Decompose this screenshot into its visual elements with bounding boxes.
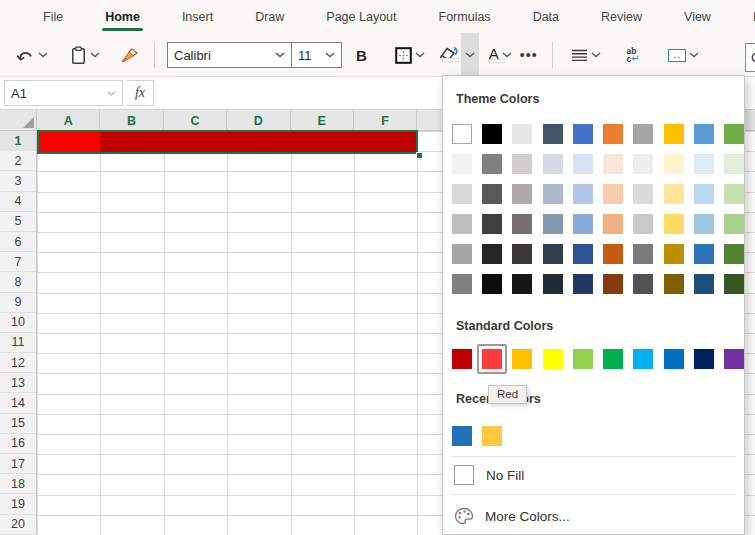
color-swatch[interactable] xyxy=(724,349,744,369)
fill-handle[interactable] xyxy=(416,152,423,159)
fill-color-dropdown-button[interactable] xyxy=(461,33,479,77)
undo-button[interactable] xyxy=(14,39,50,71)
column-header-c[interactable]: C xyxy=(164,110,227,131)
chevron-down-icon[interactable] xyxy=(689,52,699,58)
row-header[interactable]: 2 xyxy=(0,151,36,171)
more-options-button[interactable]: ••• xyxy=(520,47,538,63)
color-swatch[interactable] xyxy=(543,349,563,369)
color-swatch[interactable] xyxy=(482,154,502,174)
menu-help[interactable]: Help xyxy=(732,0,755,33)
menu-file[interactable]: File xyxy=(22,0,84,33)
color-swatch[interactable] xyxy=(724,154,744,174)
color-swatch[interactable] xyxy=(482,184,502,204)
color-swatch[interactable] xyxy=(633,214,653,234)
selection-a1-f1[interactable] xyxy=(37,130,418,154)
wrap-text-button[interactable]: ab c↵ xyxy=(625,39,642,71)
color-swatch[interactable] xyxy=(482,349,502,369)
paste-button[interactable] xyxy=(68,39,102,71)
row-header[interactable]: 9 xyxy=(0,293,36,313)
color-swatch[interactable] xyxy=(452,274,472,294)
row-header[interactable]: 5 xyxy=(0,212,36,232)
select-all-corner[interactable] xyxy=(0,110,37,131)
row-header[interactable]: 10 xyxy=(0,313,36,333)
row-header[interactable]: 18 xyxy=(0,474,36,494)
chevron-down-icon[interactable] xyxy=(502,52,512,58)
color-swatch[interactable] xyxy=(603,244,623,264)
color-swatch[interactable] xyxy=(664,214,684,234)
color-swatch[interactable] xyxy=(573,124,593,144)
merge-center-button[interactable]: ↔ xyxy=(666,39,701,71)
color-swatch[interactable] xyxy=(543,124,563,144)
color-swatch[interactable] xyxy=(633,184,653,204)
color-swatch[interactable] xyxy=(694,214,714,234)
color-swatch[interactable] xyxy=(603,184,623,204)
color-swatch[interactable] xyxy=(664,124,684,144)
color-swatch[interactable] xyxy=(512,244,532,264)
font-color-button[interactable]: A xyxy=(489,47,512,64)
color-swatch[interactable] xyxy=(664,154,684,174)
color-swatch[interactable] xyxy=(603,274,623,294)
menu-home[interactable]: Home xyxy=(84,0,161,33)
menu-data[interactable]: Data xyxy=(512,0,580,33)
row-header[interactable]: 4 xyxy=(0,192,36,212)
chevron-down-icon[interactable] xyxy=(107,91,116,96)
color-swatch[interactable] xyxy=(543,154,563,174)
row-header[interactable]: 15 xyxy=(0,414,36,434)
color-swatch[interactable] xyxy=(543,184,563,204)
color-swatch[interactable] xyxy=(573,184,593,204)
row-header[interactable]: 6 xyxy=(0,232,36,252)
color-swatch[interactable] xyxy=(633,244,653,264)
color-swatch[interactable] xyxy=(664,349,684,369)
chevron-down-icon[interactable] xyxy=(415,52,425,58)
color-swatch[interactable] xyxy=(482,214,502,234)
row-header[interactable]: 20 xyxy=(0,515,36,535)
color-swatch[interactable] xyxy=(543,274,563,294)
color-swatch[interactable] xyxy=(724,214,744,234)
color-swatch[interactable] xyxy=(664,184,684,204)
color-swatch[interactable] xyxy=(512,184,532,204)
insert-function-button[interactable]: fx xyxy=(127,80,154,106)
cell-a1-red-fill[interactable] xyxy=(39,132,100,152)
color-swatch[interactable] xyxy=(452,124,472,144)
color-swatch[interactable] xyxy=(512,124,532,144)
borders-button[interactable] xyxy=(393,39,427,71)
menu-formulas[interactable]: Formulas xyxy=(418,0,512,33)
color-swatch[interactable] xyxy=(724,274,744,294)
row-header[interactable]: 3 xyxy=(0,171,36,191)
color-swatch[interactable] xyxy=(482,244,502,264)
column-header-b[interactable]: B xyxy=(100,110,163,131)
color-swatch[interactable] xyxy=(664,274,684,294)
color-swatch[interactable] xyxy=(452,214,472,234)
color-swatch[interactable] xyxy=(724,244,744,264)
color-swatch[interactable] xyxy=(512,154,532,174)
color-swatch[interactable] xyxy=(512,214,532,234)
color-swatch[interactable] xyxy=(633,274,653,294)
color-swatch[interactable] xyxy=(482,274,502,294)
color-swatch[interactable] xyxy=(573,214,593,234)
color-swatch[interactable] xyxy=(452,184,472,204)
fill-color-button[interactable] xyxy=(439,46,461,65)
color-swatch[interactable] xyxy=(543,214,563,234)
name-box[interactable]: A1 xyxy=(4,80,123,106)
color-swatch[interactable] xyxy=(512,274,532,294)
menu-page-layout[interactable]: Page Layout xyxy=(305,0,417,33)
color-swatch[interactable] xyxy=(603,349,623,369)
color-swatch[interactable] xyxy=(543,244,563,264)
row-header[interactable]: 17 xyxy=(0,454,36,474)
color-swatch[interactable] xyxy=(452,426,472,446)
more-colors-item[interactable]: More Colors... xyxy=(454,505,744,527)
row-header[interactable]: 19 xyxy=(0,494,36,514)
menu-view[interactable]: View xyxy=(663,0,732,33)
font-size-combobox[interactable]: 11 xyxy=(292,42,342,68)
color-swatch[interactable] xyxy=(694,349,714,369)
menu-review[interactable]: Review xyxy=(580,0,663,33)
column-header-f[interactable]: F xyxy=(354,110,417,131)
color-swatch[interactable] xyxy=(603,154,623,174)
color-swatch[interactable] xyxy=(633,124,653,144)
chevron-down-icon[interactable] xyxy=(591,52,601,58)
color-swatch[interactable] xyxy=(694,154,714,174)
color-swatch[interactable] xyxy=(573,154,593,174)
color-swatch[interactable] xyxy=(482,124,502,144)
color-swatch[interactable] xyxy=(633,349,653,369)
color-swatch[interactable] xyxy=(573,244,593,264)
